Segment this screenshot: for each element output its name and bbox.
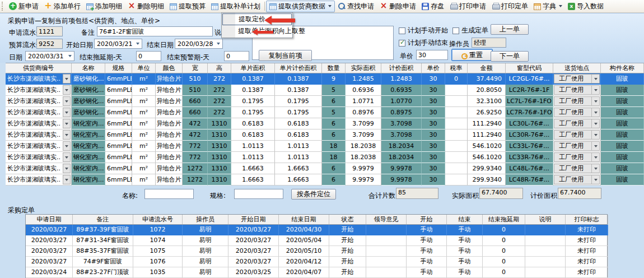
cell[interactable]	[445, 163, 468, 174]
column-header[interactable]: 高	[208, 63, 231, 73]
cell[interactable]: 272	[208, 107, 231, 118]
cell[interactable]: 工厂使用	[553, 107, 601, 118]
cell[interactable]: 6	[322, 163, 346, 174]
cell[interactable]: 固玻	[601, 73, 644, 85]
cell[interactable]: 1.0113	[275, 152, 322, 163]
column-header[interactable]: 备注	[73, 215, 133, 224]
end-warn-field[interactable]	[224, 51, 249, 61]
cell[interactable]: 546.1020	[468, 152, 506, 163]
column-header[interactable]: 结束拖延期	[483, 215, 525, 224]
cell[interactable]: 32.3100	[468, 96, 506, 107]
cell[interactable]: 固玻	[601, 152, 644, 163]
cell[interactable]: 5	[322, 85, 346, 96]
checkbox-box[interactable]	[399, 27, 405, 34]
cell[interactable]: 3.7099	[346, 129, 381, 141]
remark-field[interactable]	[97, 26, 213, 36]
detail-row[interactable]: 长沙市潇湘玻璃实..磨砂钢化...6mmPLE...m²异地合片5102720.…	[6, 85, 644, 96]
cell[interactable]: 6	[322, 118, 346, 129]
cell[interactable]: LC7L-76#-1FO	[506, 96, 553, 107]
toolbar-button[interactable]: 提取补单计划	[208, 1, 263, 12]
detail-row[interactable]: 长沙市潇湘玻璃实..磨砂钢化...6mmPLE...m²异地合片6602720.…	[6, 96, 644, 107]
ship-location-dropdown[interactable]: 工厂使用	[554, 141, 600, 151]
cell[interactable]: 长沙市潇湘玻璃实..	[6, 174, 72, 186]
chevron-down-icon[interactable]	[591, 108, 599, 117]
cell[interactable]: 1.6663	[275, 174, 322, 186]
cell[interactable]: 3.7099	[346, 118, 381, 129]
cell[interactable]: 1.0771	[346, 96, 381, 107]
chevron-down-icon[interactable]	[66, 52, 74, 61]
cell[interactable]: 0.8976	[346, 107, 381, 118]
cell[interactable]: 0.6183	[275, 118, 322, 129]
chevron-down-icon[interactable]	[591, 142, 599, 150]
cell[interactable]: 30	[422, 141, 445, 152]
toolbar-button[interactable]: 添加明细	[83, 1, 125, 12]
cell[interactable]: 0.1387	[275, 85, 322, 96]
cell[interactable]	[445, 118, 468, 129]
cell[interactable]: 异地合片	[156, 129, 183, 141]
toolbar-button[interactable]: 存盘	[419, 1, 447, 12]
cell[interactable]: 0.1795	[275, 107, 322, 118]
cell[interactable]: 钢化室内...	[72, 118, 105, 129]
cell[interactable]: 0.6183	[231, 118, 275, 129]
cell[interactable]: 0.6935	[381, 85, 422, 96]
cell[interactable]: 钢化室内...	[72, 163, 105, 174]
cell[interactable]: 工厂使用	[553, 174, 601, 186]
ship-location-dropdown[interactable]: 工厂使用	[554, 74, 600, 84]
cell[interactable]: 0.1795	[231, 96, 275, 107]
chevron-down-icon[interactable]	[63, 175, 71, 184]
cell[interactable]: LC48L-76#...	[506, 163, 553, 174]
cell[interactable]: 0.1795	[231, 107, 275, 118]
cell[interactable]: 0	[445, 73, 468, 85]
cell[interactable]: 546.1020	[468, 141, 506, 152]
cell[interactable]: 长沙市潇湘玻璃实..	[6, 163, 72, 174]
cell[interactable]: 5	[322, 107, 346, 118]
chevron-down-icon[interactable]	[591, 164, 599, 173]
ship-location-dropdown[interactable]: 工厂使用	[554, 152, 600, 162]
toolbar-button[interactable]: 删除明细	[125, 1, 167, 12]
cell[interactable]: 工厂使用	[553, 152, 601, 163]
cell[interactable]: 3.7098	[381, 129, 422, 141]
chevron-down-icon[interactable]	[63, 141, 71, 151]
detail-row[interactable]: 长沙市潇湘玻璃实..钢化室内...6mmPLE...m²异地合片12721310…	[6, 163, 644, 174]
cell[interactable]	[445, 174, 468, 186]
next-order-button[interactable]: 下一单	[491, 51, 529, 62]
cell[interactable]: 37.4490	[468, 73, 506, 85]
filter-name-input[interactable]	[144, 189, 194, 199]
column-header[interactable]: 结束	[447, 215, 483, 224]
start-date-combo[interactable]: 2020/03/21	[94, 39, 142, 49]
column-header[interactable]: 金额	[468, 63, 506, 73]
copy-current-button[interactable]: 复制当前项	[259, 50, 312, 61]
cell[interactable]	[445, 152, 468, 163]
cell[interactable]: LC30L-76#...	[506, 118, 553, 129]
cell[interactable]: 长沙市潇湘玻璃实..	[6, 85, 72, 96]
cell[interactable]: 30	[422, 163, 445, 174]
cell[interactable]: 1272	[183, 174, 208, 186]
cell[interactable]: 1310	[208, 118, 231, 129]
cell[interactable]: 异地合片	[156, 118, 183, 129]
column-header[interactable]: 构件名称	[601, 63, 644, 73]
cell[interactable]: 长沙市潇湘玻璃实..	[6, 152, 72, 163]
cell[interactable]: 异地合片	[156, 152, 183, 163]
cell[interactable]: 工厂使用	[553, 85, 601, 96]
detail-row[interactable]: 长沙市潇湘玻璃实..钢化室内...6mmPLE...m²异地合片47213100…	[6, 118, 644, 129]
chevron-down-icon[interactable]	[133, 39, 142, 48]
column-header[interactable]: 说明	[525, 215, 566, 224]
toolbar-button[interactable]: 添加单行	[41, 1, 83, 12]
cell[interactable]: 1310	[208, 129, 231, 141]
chevron-down-icon[interactable]	[63, 164, 71, 173]
end-delay-field[interactable]	[136, 51, 161, 61]
detail-row[interactable]: 长沙市潇湘玻璃实..钢化室内...6mmPLE...m²异地合片77213101…	[6, 141, 644, 152]
cell[interactable]: 固玻	[601, 85, 644, 96]
column-header[interactable]: 单位	[132, 63, 156, 73]
cell[interactable]: 1.0113	[231, 152, 275, 163]
order-row[interactable]: 2020/03/2774#9F窗固玻1076易明2020/03/272020/0…	[26, 257, 607, 267]
ship-location-dropdown[interactable]: 工厂使用	[554, 175, 600, 184]
cell[interactable]: 固玻	[601, 96, 644, 107]
plan-manual-start-checkbox[interactable]: 计划手动开始	[399, 26, 448, 35]
cell[interactable]	[445, 129, 468, 141]
cell[interactable]: m²	[132, 141, 156, 152]
cell[interactable]: m²	[132, 107, 156, 118]
cell[interactable]: 30	[422, 129, 445, 141]
cell[interactable]: 9.9979	[346, 163, 381, 174]
cell[interactable]: LC7R-76#-1FO	[506, 107, 553, 118]
